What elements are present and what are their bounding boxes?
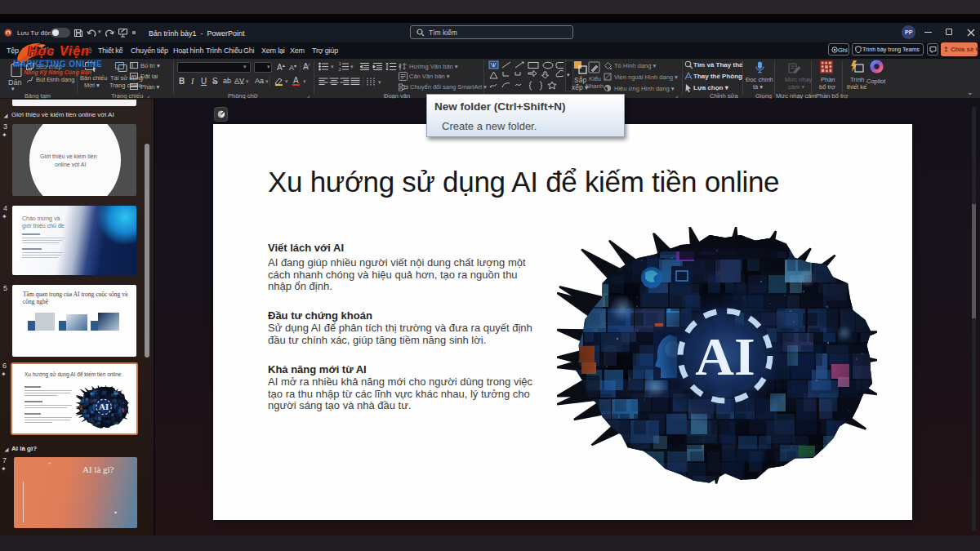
svg-text:1: 1 [339, 62, 341, 66]
svg-text:AI: AI [695, 327, 755, 386]
svg-text:2: 2 [339, 68, 341, 72]
svg-text:AI: AI [99, 402, 109, 411]
